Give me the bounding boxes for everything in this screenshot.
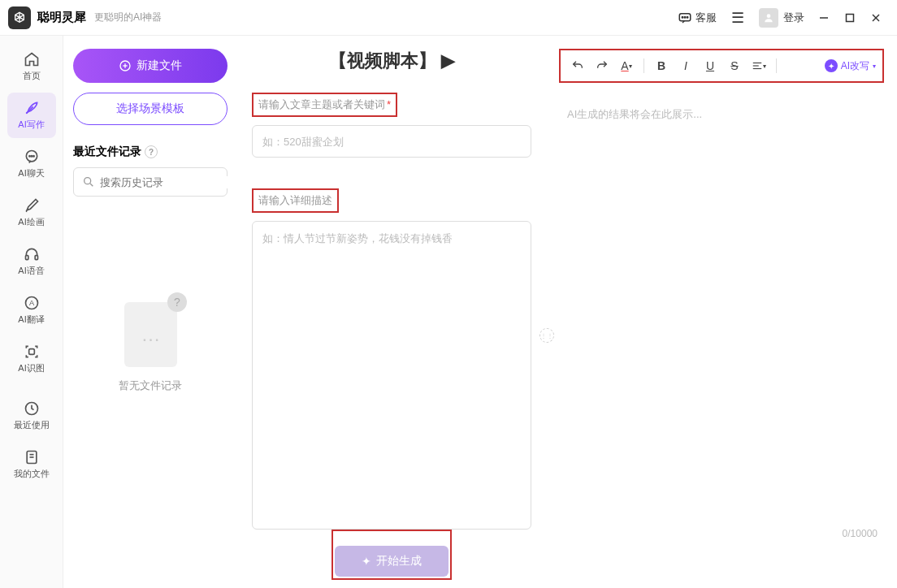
sidebar-item-label: AI识图 xyxy=(18,362,44,374)
sidebar-item-home[interactable]: 首页 xyxy=(7,44,56,89)
svg-line-27 xyxy=(90,184,93,186)
svg-rect-14 xyxy=(25,256,28,260)
sidebar-item-chat[interactable]: AI聊天 xyxy=(7,141,56,187)
menu-button[interactable]: ☰ xyxy=(723,6,752,30)
svg-point-12 xyxy=(31,156,32,157)
redo-button[interactable] xyxy=(592,55,613,76)
ai-rewrite-label: AI改写 xyxy=(841,59,869,73)
help-icon[interactable]: ? xyxy=(145,145,158,158)
sidebar-item-label: AI绘画 xyxy=(18,216,44,228)
feather-icon xyxy=(24,100,40,116)
svg-text:A: A xyxy=(28,299,34,307)
app-title: 聪明灵犀 xyxy=(37,10,86,25)
app-logo-icon xyxy=(8,6,31,29)
svg-point-26 xyxy=(84,178,91,184)
bold-button[interactable]: B xyxy=(651,55,672,76)
customer-service-button[interactable]: 客服 xyxy=(671,7,723,28)
result-area[interactable]: AI生成的结果将会在此展示... 0/10000 xyxy=(559,99,884,546)
new-file-label: 新建文件 xyxy=(136,58,182,73)
svg-point-2 xyxy=(684,16,686,18)
page-title: 【视频脚本】▶ xyxy=(252,49,531,73)
empty-illustration-icon: … ? xyxy=(118,294,183,367)
result-placeholder: AI生成的结果将会在此展示... xyxy=(567,107,876,122)
app-subtitle: 更聪明的AI神器 xyxy=(94,11,162,24)
login-button[interactable]: 登录 xyxy=(752,5,811,31)
detail-field-label: 请输入详细描述 xyxy=(252,188,339,213)
headphone-icon xyxy=(24,246,40,262)
subject-input[interactable] xyxy=(252,125,531,158)
brush-icon xyxy=(24,197,40,214)
window-minimize-button[interactable] xyxy=(811,5,837,31)
right-panel: A▾ B I U S ▾ ✦ AI改写 ▾ AI生成的结果将会在此展示... 0… xyxy=(546,36,897,588)
char-count: 0/10000 xyxy=(843,528,878,539)
ai-rewrite-icon: ✦ xyxy=(825,59,838,72)
svg-point-4 xyxy=(767,14,771,18)
sidebar-item-recent[interactable]: 最近使用 xyxy=(7,393,56,439)
svg-point-3 xyxy=(687,16,688,18)
sidebar-item-writing[interactable]: AI写作 xyxy=(7,93,56,138)
svg-point-11 xyxy=(28,156,29,157)
sidebar: 首页 AI写作 AI聊天 AI绘画 AI语音 A AI翻译 AI识图 xyxy=(0,36,63,588)
editor-toolbar: A▾ B I U S ▾ ✦ AI改写 ▾ xyxy=(559,49,884,83)
chat-bubble-icon xyxy=(678,11,692,25)
file-icon xyxy=(24,449,40,465)
italic-button[interactable]: I xyxy=(675,55,696,76)
sidebar-item-myfiles[interactable]: 我的文件 xyxy=(7,442,56,487)
login-label: 登录 xyxy=(783,11,804,25)
align-button[interactable]: ▾ xyxy=(748,55,769,76)
play-arrow-icon[interactable]: ▶ xyxy=(441,50,455,71)
sidebar-item-label: AI翻译 xyxy=(18,313,44,326)
titlebar: 聪明灵犀 更聪明的AI神器 客服 ☰ 登录 xyxy=(0,0,897,36)
strikethrough-button[interactable]: S xyxy=(724,55,745,76)
sidebar-item-translate[interactable]: A AI翻译 xyxy=(7,288,56,333)
sparkle-icon: ✦ xyxy=(362,555,371,568)
generate-label: 开始生成 xyxy=(376,554,422,569)
empty-state: … ? 暂无文件记录 xyxy=(73,294,228,393)
window-close-button[interactable] xyxy=(863,5,889,31)
sidebar-item-label: AI写作 xyxy=(18,119,44,131)
search-icon xyxy=(82,175,95,188)
sidebar-item-label: 最近使用 xyxy=(14,419,50,431)
home-icon xyxy=(24,51,40,67)
translate-icon: A xyxy=(24,295,40,311)
window-maximize-button[interactable] xyxy=(837,5,863,31)
svg-point-13 xyxy=(32,156,33,157)
search-input[interactable] xyxy=(100,176,236,188)
empty-text: 暂无文件记录 xyxy=(119,378,182,393)
sidebar-item-ocr[interactable]: AI识图 xyxy=(7,336,56,382)
svg-rect-18 xyxy=(28,349,34,355)
generate-button-highlight: ✦ 开始生成 xyxy=(332,530,452,580)
customer-service-label: 客服 xyxy=(696,11,717,25)
underline-button[interactable]: U xyxy=(700,55,721,76)
sidebar-item-label: 我的文件 xyxy=(14,468,50,480)
avatar-icon xyxy=(759,8,778,28)
generate-button[interactable]: ✦ 开始生成 xyxy=(335,546,448,577)
plus-icon xyxy=(119,59,132,72)
ai-rewrite-button[interactable]: ✦ AI改写 ▾ xyxy=(825,59,876,73)
recent-files-label: 最近文件记录 xyxy=(73,145,141,159)
svg-rect-6 xyxy=(847,14,854,21)
sidebar-item-draw[interactable]: AI绘画 xyxy=(7,190,56,236)
sidebar-item-voice[interactable]: AI语音 xyxy=(7,239,56,284)
mid-panel: 【视频脚本】▶ 请输入文章主题或者关键词* 请输入详细描述 ✦ 开始生成 ⋮⋮ xyxy=(237,36,546,588)
scene-template-button[interactable]: 选择场景模板 xyxy=(73,93,228,125)
detail-textarea[interactable] xyxy=(252,221,531,530)
svg-rect-15 xyxy=(35,256,37,260)
subject-field-label: 请输入文章主题或者关键词* xyxy=(252,93,397,117)
new-file-button[interactable]: 新建文件 xyxy=(73,49,228,83)
chat-icon xyxy=(24,149,40,165)
scan-icon xyxy=(24,344,40,360)
font-color-button[interactable]: A▾ xyxy=(616,55,637,76)
undo-button[interactable] xyxy=(567,55,588,76)
recent-files-header: 最近文件记录 ? xyxy=(73,145,228,159)
svg-point-1 xyxy=(682,16,683,18)
sidebar-item-label: 首页 xyxy=(23,70,41,82)
clock-icon xyxy=(24,400,40,417)
sidebar-item-label: AI聊天 xyxy=(18,167,44,179)
search-box[interactable] xyxy=(73,167,228,197)
sidebar-item-label: AI语音 xyxy=(18,265,44,277)
left-panel: 新建文件 选择场景模板 最近文件记录 ? … ? 暂无文件记录 xyxy=(63,36,237,588)
